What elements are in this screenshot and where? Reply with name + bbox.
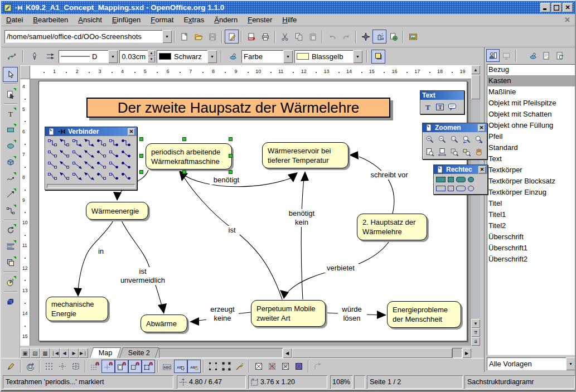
callout-button[interactable] xyxy=(446,101,458,113)
connector-line-arrow-end[interactable] xyxy=(71,148,83,159)
zoom-previous-button[interactable] xyxy=(461,133,473,145)
connector-curved-dot-both[interactable] xyxy=(120,171,132,182)
selection-handle[interactable] xyxy=(182,170,186,174)
scroll-right-icon[interactable]: ▶ xyxy=(462,348,471,358)
line-color-dropdown-icon[interactable]: ▼ xyxy=(207,50,217,63)
connector-curved-arrow-both[interactable] xyxy=(83,171,95,182)
connector-line-plain[interactable] xyxy=(46,148,59,159)
modify-with-attributes-button[interactable] xyxy=(233,360,246,373)
save-document-button[interactable] xyxy=(205,30,219,43)
connector-straight-dot-end[interactable] xyxy=(108,159,120,171)
style-item-überschrift2[interactable]: Überschrift2 xyxy=(487,254,575,265)
rotation-mode-button[interactable] xyxy=(23,360,37,373)
connector-line-arrow-start[interactable] xyxy=(59,148,71,159)
selection-handle[interactable] xyxy=(139,154,143,158)
rechtecke-title-bar[interactable]: Rechtec ✕ xyxy=(434,165,487,174)
drawing-canvas[interactable]: Der zweite Haupsatz der Wärmelehre perio… xyxy=(30,79,471,346)
connector-standard-arrow-start[interactable] xyxy=(59,137,71,148)
graphics-styles-button[interactable] xyxy=(486,49,500,62)
presentation-styles-button[interactable] xyxy=(500,49,513,62)
connector-line-arrow-both[interactable] xyxy=(83,148,95,159)
selection-handle[interactable] xyxy=(139,170,143,174)
style-filter-dropdown-icon[interactable]: ▼ xyxy=(566,357,575,370)
edge-label-benoetigt[interactable]: benötigt xyxy=(210,176,243,185)
url-value[interactable]: /home/samuel/office-cd/OOo-Screenshots xyxy=(4,30,162,43)
scroll-down-icon[interactable]: ▼ xyxy=(471,319,480,328)
pin-icon[interactable] xyxy=(14,3,23,12)
text-tool-button[interactable]: T xyxy=(3,106,18,121)
status-page[interactable]: Seite 1 / 2 xyxy=(367,375,463,389)
close-icon[interactable]: ✕ xyxy=(478,124,485,132)
pan-button[interactable] xyxy=(473,146,485,158)
fill-type-dropdown-icon[interactable]: ▼ xyxy=(283,50,293,63)
undo-button[interactable] xyxy=(325,30,339,43)
copy-button[interactable] xyxy=(292,30,306,43)
view-mode-3-button[interactable]: ▦ xyxy=(40,348,50,358)
arrange-tool-button[interactable] xyxy=(3,255,18,270)
line-width-field[interactable]: 0.03cm ▲ ▼ xyxy=(119,50,155,63)
style-item-bezug[interactable]: Bezug xyxy=(487,64,575,75)
zoom-in-button[interactable] xyxy=(424,133,436,145)
menu-hilfe[interactable]: Hilfe xyxy=(277,14,302,25)
objects-3d-tool-button[interactable] xyxy=(3,154,18,170)
url-dropdown-icon[interactable]: ▼ xyxy=(162,30,172,43)
maximize-button[interactable] xyxy=(551,3,562,12)
menu-bearbeiten[interactable]: Bearbeiten xyxy=(28,14,73,25)
pin-icon[interactable] xyxy=(57,127,66,136)
style-item-textkörper-blocksatz[interactable]: Textkörper Blocksatz xyxy=(487,176,575,187)
shape-rounded-square[interactable] xyxy=(468,186,474,191)
show-grid-button[interactable] xyxy=(42,360,56,373)
selection-handle[interactable] xyxy=(139,137,143,141)
map-node-hauptsatz[interactable]: 2. Hauptsatz derWärmelehre xyxy=(357,214,427,240)
helplines-while-moving-button[interactable] xyxy=(69,360,83,373)
edge-label-schreibt-vor[interactable]: schreibt vor xyxy=(367,171,412,180)
new-style-from-selection-button[interactable] xyxy=(540,49,553,62)
style-item-textkörper-einzug[interactable]: Textkörper Einzug xyxy=(487,187,575,198)
edge-label-erzeugt-keine[interactable]: erzeugtkeine xyxy=(206,305,239,323)
pen-button[interactable] xyxy=(27,50,41,64)
close-icon[interactable]: ✕ xyxy=(128,128,135,135)
map-title[interactable]: Der zweite Haupsatz der Wärmelehre xyxy=(86,98,390,118)
palette-resize-grip[interactable] xyxy=(47,184,135,188)
hscroll-thumb[interactable] xyxy=(292,348,452,358)
style-item-objekt-ohne-füllung[interactable]: Objekt ohne Füllung xyxy=(487,120,575,131)
curve-tool-button[interactable] xyxy=(3,171,18,186)
connector-line-dot-start[interactable] xyxy=(95,148,108,159)
cut-button[interactable] xyxy=(278,30,292,43)
zoom-optimal-button[interactable] xyxy=(448,146,461,158)
connector-tool-button[interactable] xyxy=(3,203,18,218)
hscroll-track[interactable] xyxy=(452,348,462,358)
connector-straight-dot-start[interactable] xyxy=(95,159,108,171)
contour-mode-button[interactable] xyxy=(265,360,279,373)
connector-straight-plain[interactable] xyxy=(46,159,59,171)
new-document-button[interactable] xyxy=(177,30,191,43)
connector-standard-dot-both[interactable] xyxy=(120,137,132,148)
double-click-edit-text-button[interactable]: ABC xyxy=(187,360,201,373)
fill-color-dropdown-icon[interactable]: ▼ xyxy=(353,50,362,63)
connector-line-dot-end[interactable] xyxy=(108,148,120,159)
style-list[interactable]: BezugKastenMaßlinieObjekt mit Pfeilspitz… xyxy=(487,64,575,355)
show-snap-lines-button[interactable] xyxy=(56,360,69,373)
zoom-100-button[interactable]: 1:1 xyxy=(448,133,461,145)
style-filter-combobox[interactable]: Alle Vorlagen ▼ xyxy=(487,357,575,370)
connector-straight-arrow-end[interactable] xyxy=(71,159,83,171)
alignment-tool-button[interactable] xyxy=(3,239,18,254)
next-page-icon[interactable]: ⇊ xyxy=(471,337,480,346)
shape-rounded-rectangle[interactable] xyxy=(456,186,466,191)
map-node-periodisch[interactable]: periodisch arbeitendeWärmekraftmaschine xyxy=(146,143,232,170)
connector-standard-arrow-end[interactable] xyxy=(71,137,83,148)
line-contour-button[interactable] xyxy=(292,360,306,373)
shape-rounded-rectangle-filled[interactable] xyxy=(456,177,466,182)
zoom-object-button[interactable] xyxy=(461,146,473,158)
style-item-standard[interactable]: Standard xyxy=(487,142,575,153)
map-node-energieprobleme[interactable]: Energieproblemeder Menschheit xyxy=(387,301,461,328)
zoom-page-button[interactable] xyxy=(424,146,436,158)
update-style-button[interactable] xyxy=(553,49,567,62)
lines-arrows-tool-button[interactable] xyxy=(3,187,18,202)
connector-curved-dot-start[interactable] xyxy=(95,171,108,182)
style-item-titel[interactable]: Titel xyxy=(487,198,575,209)
drawing-page[interactable]: Der zweite Haupsatz der Wärmelehre perio… xyxy=(38,81,467,341)
connector-standard-dot-end[interactable] xyxy=(108,137,120,148)
selection-handle[interactable] xyxy=(182,137,186,141)
select-text-area-button[interactable]: ABC xyxy=(174,360,187,373)
